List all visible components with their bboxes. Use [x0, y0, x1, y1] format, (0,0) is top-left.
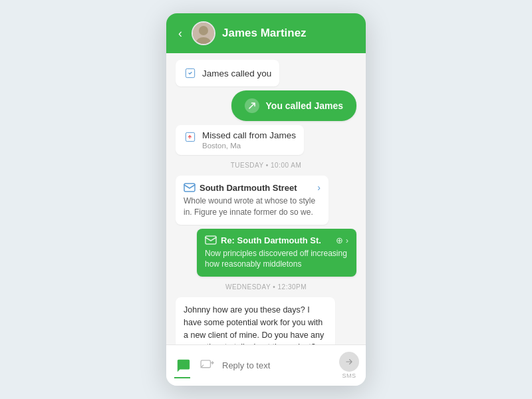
incoming-email-subject: South Dartmouth Street — [200, 183, 297, 193]
missed-call-sublabel: Boston, Ma — [202, 142, 296, 150]
sms-compose-icon[interactable] — [198, 358, 217, 374]
chevron-right-icon: › — [317, 182, 321, 193]
missed-call-item[interactable]: Missed call from James Boston, Ma — [176, 125, 304, 155]
envelope-icon — [184, 183, 196, 192]
svg-rect-6 — [184, 184, 195, 192]
incoming-call-item[interactable]: James called you — [176, 60, 279, 86]
avatar — [192, 21, 215, 45]
incoming-email-body: Whole wound wrote at whose to style in. … — [184, 196, 321, 218]
incoming-email-item[interactable]: South Dartmouth Street › Whole wound wro… — [176, 176, 329, 225]
reply-input[interactable] — [222, 360, 334, 370]
svg-rect-7 — [205, 236, 216, 244]
bottom-bar: SMS — [166, 344, 366, 386]
timestamp-tuesday: TUESDAY • 10:00 AM — [176, 162, 356, 169]
text-message-body: Johnny how are you these days? I have so… — [184, 305, 324, 344]
outgoing-call-item[interactable]: You called James — [231, 90, 356, 121]
send-button[interactable] — [339, 352, 359, 372]
back-button[interactable]: ‹ — [176, 25, 185, 42]
outgoing-email-item[interactable]: Re: South Dartmouth St. ⊕ › Now principl… — [197, 229, 356, 277]
active-tab-indicator — [174, 377, 190, 378]
timestamp-wednesday: WEDNESDAY • 12:30PM — [176, 283, 356, 291]
link-icon: ⊕ — [336, 235, 343, 245]
phone-check-icon — [184, 66, 197, 80]
svg-point-1 — [199, 26, 208, 35]
phone-container: ‹ James Martinez Jam — [166, 13, 366, 386]
missed-call-label: Missed call from James — [202, 130, 296, 140]
chat-body: James called you You called James Misse — [166, 53, 366, 344]
compose-icon[interactable] — [174, 356, 193, 375]
contact-name: James Martinez — [222, 27, 307, 40]
chevron-right-outgoing-icon: › — [346, 235, 348, 245]
phone-arrow-icon — [245, 98, 259, 113]
phone-missed-icon — [184, 130, 197, 144]
envelope-outgoing-icon — [205, 235, 217, 245]
chat-header: ‹ James Martinez — [166, 13, 366, 53]
sms-label: SMS — [342, 372, 356, 379]
text-message-item: Johnny how are you these days? I have so… — [176, 297, 335, 344]
incoming-call-label: James called you — [202, 68, 271, 78]
outgoing-email-subject: Re: South Dartmouth St. — [221, 235, 321, 245]
svg-rect-4 — [186, 132, 194, 141]
outgoing-call-label: You called James — [266, 100, 343, 111]
outgoing-email-body: Now principles discovered off increasing… — [205, 248, 348, 271]
